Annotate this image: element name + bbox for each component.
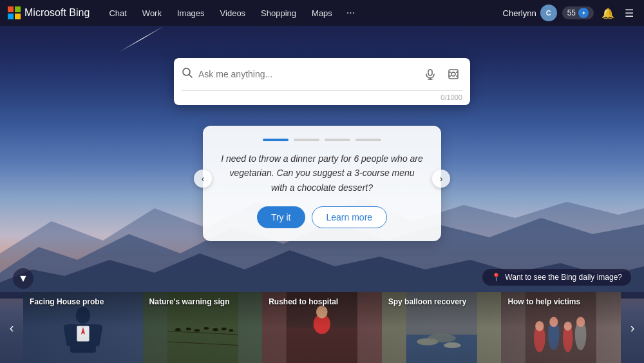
learn-more-button[interactable]: Learn more — [312, 206, 388, 228]
nav-right: Cherlynn C 55 ✦ 🔔 ☰ — [503, 5, 636, 22]
notifications-bell-icon[interactable]: 🔔 — [599, 5, 617, 22]
news-cards-container: Facing House probe — [23, 292, 621, 363]
svg-rect-6 — [428, 70, 432, 75]
svg-rect-0 — [8, 6, 14, 12]
prompt-card: I need to throw a dinner party for 6 peo… — [203, 126, 441, 241]
microsoft-logo-icon — [8, 6, 21, 19]
news-prev-button[interactable]: ‹ — [0, 292, 23, 363]
progress-dot-3 — [325, 139, 350, 141]
news-card-1-title: Facing House probe — [30, 297, 137, 308]
svg-rect-2 — [8, 14, 14, 19]
navbar: Microsoft Bing Chat Work Images Videos S… — [0, 0, 644, 26]
nav-maps[interactable]: Maps — [305, 6, 339, 21]
progress-dot-2 — [294, 139, 319, 141]
nav-videos[interactable]: Videos — [214, 6, 252, 21]
nav-work[interactable]: Work — [136, 6, 168, 21]
svg-rect-9 — [449, 70, 458, 79]
prompt-actions: Try it Learn more — [221, 206, 423, 228]
news-card-3-title: Rushed to hospital — [269, 297, 375, 308]
logo-area[interactable]: Microsoft Bing — [8, 6, 90, 19]
username-label: Cherlynn — [503, 8, 536, 18]
news-next-button[interactable]: › — [621, 292, 644, 363]
daily-image-label: Want to see the Bing daily image? — [505, 273, 622, 282]
search-inner — [174, 58, 470, 90]
svg-rect-3 — [15, 14, 21, 19]
svg-rect-1 — [15, 6, 21, 12]
news-card-2-title: Nature's warning sign — [149, 297, 256, 308]
reward-badge[interactable]: 55 ✦ — [562, 6, 594, 19]
reward-star-icon: ✦ — [578, 8, 589, 18]
scroll-down-button[interactable]: ▼ — [13, 268, 33, 289]
search-magnifier-icon — [182, 67, 193, 82]
chevron-left-icon: ‹ — [10, 320, 14, 335]
search-input[interactable] — [198, 69, 416, 79]
chevron-right-icon: › — [630, 320, 635, 335]
nav-links: Chat Work Images Videos Shopping Maps ··… — [102, 6, 497, 21]
main-content: 0/1000 ‹ I need to throw a dinner party … — [0, 26, 644, 241]
character-counter: 0/1000 — [174, 91, 470, 105]
hamburger-menu-icon[interactable]: ☰ — [622, 5, 636, 22]
try-it-button[interactable]: Try it — [257, 206, 305, 228]
reward-points: 55 — [567, 8, 576, 17]
visual-search-icon[interactable] — [444, 65, 462, 83]
chevron-down-icon: ▼ — [18, 273, 28, 284]
news-card-2[interactable]: Nature's warning sign — [143, 292, 263, 363]
user-avatar: C — [540, 5, 557, 21]
prompt-text: I need to throw a dinner party for 6 peo… — [221, 152, 423, 195]
news-card-5-title: How to help victims — [507, 297, 614, 308]
brand-name: Microsoft Bing — [24, 7, 90, 19]
user-menu[interactable]: Cherlynn C — [503, 5, 557, 21]
news-card-5[interactable]: How to help victims — [501, 292, 621, 363]
prompt-card-wrapper: ‹ I need to throw a dinner party for 6 p… — [203, 115, 441, 241]
nav-chat[interactable]: Chat — [102, 6, 133, 21]
news-card-1[interactable]: Facing House probe — [23, 292, 143, 363]
microphone-icon[interactable] — [421, 65, 439, 83]
news-card-4[interactable]: Spy balloon recovery — [382, 292, 502, 363]
location-pin-icon: 📍 — [491, 273, 501, 282]
nav-images[interactable]: Images — [171, 6, 211, 21]
svg-line-5 — [189, 74, 193, 77]
progress-dot-4 — [355, 139, 381, 141]
news-card-4-title: Spy balloon recovery — [388, 297, 495, 308]
search-box: 0/1000 — [174, 58, 470, 105]
prompt-next-button[interactable]: › — [432, 170, 450, 188]
svg-point-10 — [451, 72, 455, 76]
progress-dot-1 — [263, 139, 289, 141]
daily-image-button[interactable]: 📍 Want to see the Bing daily image? — [482, 269, 631, 286]
search-actions — [421, 65, 462, 83]
prompt-prev-button[interactable]: ‹ — [194, 170, 212, 188]
news-strip: ‹ — [0, 292, 644, 363]
news-card-3[interactable]: Rushed to hospital — [262, 292, 382, 363]
nav-shopping[interactable]: Shopping — [254, 6, 303, 21]
progress-indicator — [221, 139, 423, 141]
nav-more-icon[interactable]: ··· — [341, 6, 360, 20]
